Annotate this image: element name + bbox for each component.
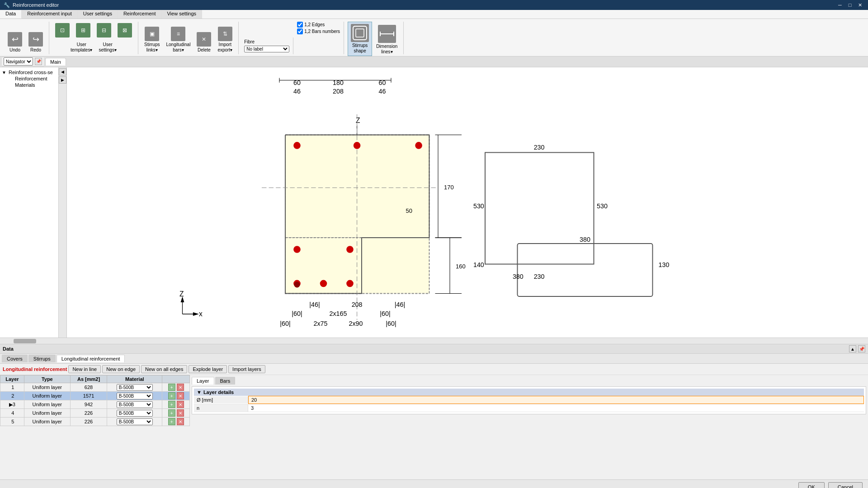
reinf-template-btn3[interactable]: ⊟ <box>94 22 113 39</box>
stirrups-links-button[interactable]: ▣ Stirrupslinks▾ <box>142 25 162 54</box>
redo-button[interactable]: ↪ Redo <box>26 31 45 54</box>
ribbon-tab-data[interactable]: Data <box>0 10 22 19</box>
new-on-all-edges-button[interactable]: New on all edges <box>141 365 187 373</box>
tree-toggle-root[interactable]: ▼ <box>2 70 7 75</box>
minimize-button[interactable]: ─ <box>835 0 844 9</box>
tree-item-root[interactable]: ▼ Reinforced cross-se <box>2 69 57 75</box>
bars-numbers-checkbox-label[interactable]: 1,2 Bars numbers <box>297 28 340 34</box>
n-value[interactable] <box>248 404 864 412</box>
layer-details-panel: Layer Bars ▼ Layer details Ø [mm] <box>190 375 868 479</box>
svg-text:130: 130 <box>659 261 670 268</box>
n-label: n <box>194 404 248 412</box>
footer-bar: OK Cancel <box>0 479 868 488</box>
longitudinal-bars-button[interactable]: ≡ Longitudinalbars▾ <box>164 25 193 54</box>
material-select-4[interactable]: B-500B <box>117 410 153 417</box>
material-select-2[interactable]: B-500B <box>117 393 153 399</box>
svg-text:|46|: |46| <box>309 301 320 308</box>
table-row[interactable]: 2 Uniform layer 1571 B-500B + ✕ <box>0 392 190 400</box>
svg-rect-20 <box>285 135 429 238</box>
table-row[interactable]: 1 Uniform layer 628 B-500B + ✕ <box>0 383 190 392</box>
svg-text:530: 530 <box>597 202 608 210</box>
svg-text:|60|: |60| <box>280 320 290 327</box>
cancel-button[interactable]: Cancel <box>828 482 863 488</box>
undo-button[interactable]: ↩ Undo <box>5 31 24 54</box>
material-select-3[interactable]: B-500B <box>117 401 153 408</box>
bottom-panel-collapse-button[interactable]: ▲ <box>849 345 856 352</box>
table-row[interactable]: 5 Uniform layer 226 B-500B + ✕ <box>0 418 190 426</box>
ok-button[interactable]: OK <box>798 482 825 488</box>
main-content: ▼ Reinforced cross-se Reinforcement Mate… <box>0 67 868 338</box>
add-row-btn-1[interactable]: + <box>168 384 175 391</box>
ribbon-tab-user-settings[interactable]: User settings <box>78 10 118 19</box>
svg-text:530: 530 <box>473 202 484 210</box>
edges-checkbox[interactable] <box>297 22 303 28</box>
add-row-btn-5[interactable]: + <box>168 418 175 425</box>
tab-stirrups[interactable]: Stirrups <box>28 355 56 362</box>
svg-text:50: 50 <box>406 207 412 214</box>
edges-checkbox-label[interactable]: 1,2 Edges <box>297 22 340 28</box>
del-row-btn-4[interactable]: ✕ <box>177 409 184 417</box>
ribbon-tab-reinforcement[interactable]: Reinforcement <box>118 10 162 19</box>
tree-panel: ▼ Reinforced cross-se Reinforcement Mate… <box>0 67 59 338</box>
diameter-input[interactable] <box>251 397 861 403</box>
del-row-btn-5[interactable]: ✕ <box>177 418 184 425</box>
layer-details-content: ▼ Layer details Ø [mm] n <box>192 386 866 414</box>
ribbon-tab-reinforcement-input[interactable]: Reinforcement input <box>22 10 77 19</box>
dimension-lines-icon <box>378 25 396 43</box>
collapse-down-button[interactable]: ▶ <box>59 76 66 84</box>
table-row[interactable]: 4 Uniform layer 226 B-500B + ✕ <box>0 409 190 418</box>
n-input[interactable] <box>251 405 861 411</box>
tab-covers[interactable]: Covers <box>2 355 28 362</box>
reinf-template-btn2[interactable]: ⊞ <box>74 22 93 39</box>
fibre-label: Fibre <box>244 39 289 44</box>
fibre-select[interactable]: No label <box>244 46 289 52</box>
user-settings-button[interactable]: Usersettings▾ <box>96 40 118 54</box>
view-buttons-group: Stirrupsshape Dimensionlines▾ <box>346 22 404 54</box>
material-select-5[interactable]: B-500B <box>117 418 153 425</box>
new-in-line-button[interactable]: New in line <box>68 365 101 373</box>
tab-longitudinal[interactable]: Longitudinal reinforcement <box>57 355 125 362</box>
layer-tab[interactable]: Layer <box>192 377 214 385</box>
svg-text:|46|: |46| <box>395 301 405 308</box>
bars-tab[interactable]: Bars <box>215 377 236 385</box>
user-templates-button[interactable]: Usertemplates▾ <box>68 40 94 54</box>
del-row-btn-1[interactable]: ✕ <box>177 384 184 391</box>
del-row-btn-3[interactable]: ✕ <box>177 401 184 408</box>
dimension-lines-button[interactable]: Dimensionlines▾ <box>374 23 400 56</box>
add-row-btn-3[interactable]: + <box>168 401 175 408</box>
reinf-template-btn4[interactable]: ⊠ <box>115 22 134 39</box>
maximize-button[interactable]: □ <box>845 0 854 9</box>
collapse-up-button[interactable]: ◀ <box>59 68 66 75</box>
bars-numbers-checkbox[interactable] <box>297 28 303 34</box>
tree-label-root: Reinforced cross-se <box>9 70 53 75</box>
add-row-btn-2[interactable]: + <box>168 392 175 399</box>
bottom-panel-pin-button[interactable]: 📌 <box>858 345 865 352</box>
horizontal-scrollbar[interactable] <box>0 338 868 344</box>
navigator-dropdown[interactable]: Navigator <box>4 57 33 66</box>
reinf-template-btn1[interactable]: ⊡ <box>53 22 72 39</box>
delete-button[interactable]: ✕ Delete <box>194 31 213 54</box>
nav-pin-button[interactable]: 📌 <box>35 58 42 65</box>
material-select-1[interactable]: B-500B <box>117 384 153 391</box>
diameter-value[interactable] <box>248 396 864 404</box>
tree-item-materials[interactable]: Materials <box>2 82 57 88</box>
svg-text:Z: Z <box>356 117 360 125</box>
add-row-btn-4[interactable]: + <box>168 409 175 417</box>
collapse-icon[interactable]: ▼ <box>197 389 202 395</box>
ribbon-tab-view-settings[interactable]: View settings <box>161 10 202 19</box>
svg-text:|60|: |60| <box>386 320 396 327</box>
main-tab[interactable]: Main <box>45 58 66 66</box>
scrollbar-thumb[interactable] <box>14 339 36 343</box>
svg-text:x: x <box>199 310 203 318</box>
tree-item-reinforcement[interactable]: Reinforcement <box>2 75 57 82</box>
explode-layer-button[interactable]: Explode layer <box>189 365 227 373</box>
del-row-btn-2[interactable]: ✕ <box>177 392 184 399</box>
new-on-edge-button[interactable]: New on edge <box>102 365 140 373</box>
row-expand-3[interactable]: ▶ <box>9 402 13 407</box>
close-button[interactable]: ✕ <box>855 0 864 9</box>
table-row[interactable]: ▶3 Uniform layer 942 B-500B + ✕ <box>0 400 190 409</box>
import-export-button[interactable]: ⇅ Importexport▾ <box>215 25 235 54</box>
view-checkboxes-group: 1,2 Edges 1,2 Bars numbers <box>295 22 344 54</box>
stirrups-shape-button[interactable]: Stirrupsshape <box>348 22 372 56</box>
import-layers-button[interactable]: Import layers <box>228 365 265 373</box>
